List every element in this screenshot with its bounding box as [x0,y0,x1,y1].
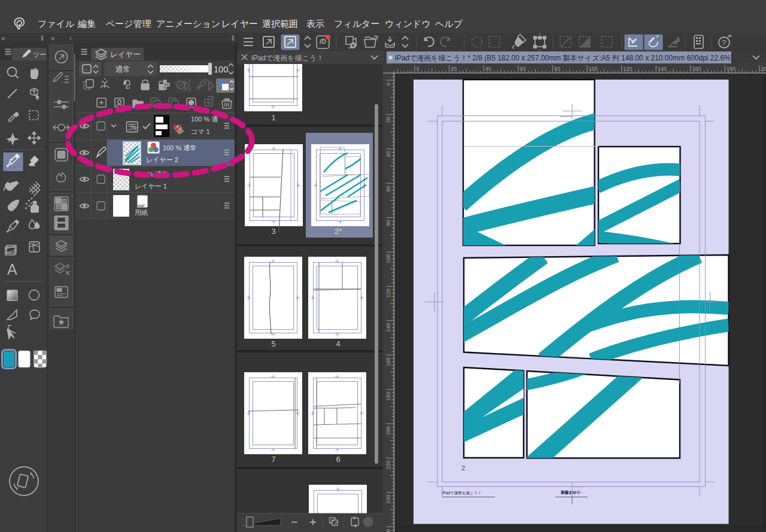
svg-text:レイヤー: レイヤー [110,50,141,59]
svg-text:180: 180 [727,66,735,72]
svg-text:20: 20 [451,66,457,72]
svg-text:200: 200 [385,426,391,435]
svg-text:コマ 1: コマ 1 [191,128,210,135]
svg-text:2*: 2* [335,227,342,236]
svg-text:4: 4 [336,339,340,348]
svg-text:2: 2 [461,464,465,472]
svg-text:180: 180 [385,392,391,401]
svg-text:80: 80 [385,220,391,226]
svg-text:レイヤー 2: レイヤー 2 [146,156,178,163]
svg-text:3: 3 [271,227,275,236]
svg-text:200: 200 [761,66,766,72]
svg-text:7: 7 [271,455,275,464]
svg-text:用紙: 用紙 [135,209,148,216]
svg-text:260: 260 [385,529,391,532]
svg-text:0: 0 [417,66,420,72]
svg-text:レイヤー 1: レイヤー 1 [135,183,167,190]
svg-text:iPadで漫画を描こう！: iPadで漫画を描こう！ [251,54,324,62]
svg-text:40: 40 [485,66,491,72]
svg-text:100 % 通: 100 % 通 [191,115,218,123]
svg-text:120: 120 [623,66,632,72]
svg-text:0: 0 [385,83,391,86]
svg-text:80: 80 [554,66,560,72]
svg-text:100: 100 [385,254,391,263]
svg-text:240: 240 [385,495,391,504]
svg-text:120: 120 [385,288,391,297]
svg-text:100 % 通常: 100 % 通常 [163,144,196,151]
svg-text:100 % 通常: 100 % 通常 [135,171,168,178]
svg-text:140: 140 [658,66,667,72]
svg-text:160: 160 [692,66,701,72]
svg-text:220: 220 [385,460,391,469]
svg-text:iPadで漫画を描こう！* 2/8 (B5 182.00 x: iPadで漫画を描こう！* 2/8 (B5 182.00 x 257.00mm … [395,54,733,62]
svg-text:iPadで漫画を描こう！: iPadで漫画を描こう！ [442,491,482,495]
svg-text:60: 60 [519,66,525,72]
svg-text:100: 100 [589,66,598,72]
svg-text:20: 20 [385,117,391,123]
svg-text:100: 100 [214,65,228,74]
svg-text:160: 160 [385,357,391,366]
svg-text:通常: 通常 [115,65,130,74]
svg-text:140: 140 [385,323,391,332]
svg-text:60: 60 [385,186,391,191]
svg-text:6: 6 [336,455,340,464]
svg-text:ツー: ツー [33,51,46,58]
svg-text:1: 1 [271,113,275,122]
svg-text:5: 5 [271,339,275,348]
svg-text:A: A [7,261,17,278]
svg-text:40: 40 [385,151,391,157]
svg-text:?: ? [722,38,726,47]
svg-text:新藤まゆり: 新藤まゆり [561,490,580,495]
